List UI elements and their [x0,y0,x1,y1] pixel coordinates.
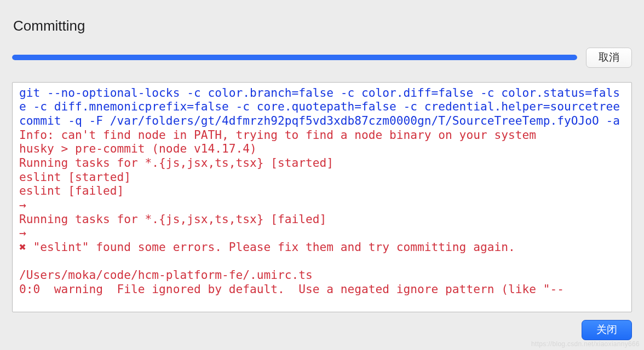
console-command: git --no-optional-locks -c color.branch=… [19,86,627,127]
progress-bar-fill [12,55,577,60]
console-output: git --no-optional-locks -c color.branch=… [12,82,632,312]
progress-row: 取消 [12,48,632,68]
footer: 关闭 [12,320,632,340]
dialog-title: Committing [13,18,632,34]
cancel-button[interactable]: 取消 [586,48,632,68]
watermark: https://blog.csdn.net/xiaoxianny666 [531,340,640,348]
close-button[interactable]: 关闭 [582,320,632,340]
console-error: Info: can't find node in PATH, trying to… [19,128,564,296]
progress-bar [12,55,577,60]
